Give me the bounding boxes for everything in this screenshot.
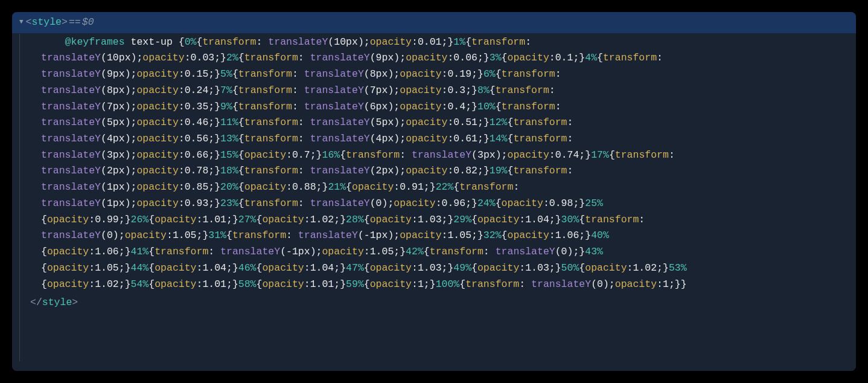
css-property: opacity <box>615 278 657 290</box>
css-function: translateY <box>220 246 280 257</box>
css-property: transform <box>459 181 513 193</box>
css-function: translateY <box>41 117 101 128</box>
css-value: 0 <box>597 278 603 290</box>
css-property: opacity <box>507 230 549 241</box>
css-value: 1.04 <box>202 262 226 274</box>
css-value: 0.74 <box>555 149 579 161</box>
css-value: 1px <box>107 181 125 193</box>
keyframe-percent: 15% <box>220 149 238 161</box>
css-property: opacity <box>352 181 394 193</box>
css-value: 7px <box>107 101 125 112</box>
css-property: opacity <box>136 133 178 144</box>
css-value: 0.51 <box>453 117 477 128</box>
css-function: translateY <box>268 36 328 48</box>
css-value: 8px <box>370 68 388 80</box>
css-value: 1 <box>418 278 424 290</box>
keyframe-percent: 28% <box>346 214 364 225</box>
css-property: opacity <box>394 198 435 209</box>
css-property: opacity <box>406 52 447 63</box>
css-property: opacity <box>508 149 549 161</box>
css-value: 0.01 <box>418 36 442 48</box>
css-value: 0.24 <box>185 85 209 96</box>
keyframe-percent: 2% <box>226 52 238 63</box>
css-value: 1.04 <box>525 214 549 225</box>
css-property: opacity <box>125 230 167 241</box>
keyframe-percent: 6% <box>483 68 496 80</box>
keyframe-percent: 40% <box>591 230 609 241</box>
keyframe-percent: 29% <box>453 214 471 225</box>
css-value: 2px <box>107 165 125 176</box>
css-value: 7px <box>370 85 388 96</box>
css-property: transform <box>513 165 567 176</box>
css-property: opacity <box>477 262 519 274</box>
css-value: 0 <box>107 230 113 241</box>
css-property: opacity <box>406 165 447 176</box>
css-property: opacity <box>400 85 441 96</box>
keyframe-percent: 25% <box>585 198 603 209</box>
css-value: -1px <box>286 246 310 257</box>
css-value: 5px <box>107 117 125 128</box>
css-value: 0.91 <box>400 181 424 193</box>
css-property: opacity <box>370 214 412 225</box>
css-value: 0.1 <box>555 52 573 63</box>
css-property: transform <box>502 68 555 80</box>
css-function: translateY <box>41 149 101 161</box>
css-value: 0.98 <box>549 198 573 209</box>
selected-element-line[interactable]: ▼ <style> == $0 <box>12 12 856 33</box>
css-value: 0.66 <box>185 149 209 161</box>
css-property: transform <box>244 165 298 176</box>
eq-marker: == <box>69 14 81 31</box>
tree-gutter-line <box>19 34 20 371</box>
style-text-content[interactable]: @keyframes text-up {0%{transform: transl… <box>12 33 705 294</box>
keyframe-percent: 1% <box>453 36 465 48</box>
css-property: opacity <box>262 262 304 274</box>
css-property: opacity <box>244 181 286 193</box>
keyframe-percent: 49% <box>453 262 471 274</box>
css-value: 4px <box>376 133 394 144</box>
animation-name: text-up <box>131 36 173 48</box>
css-property: opacity <box>244 149 286 161</box>
css-property: opacity <box>136 68 178 80</box>
css-value: 1.03 <box>418 262 442 274</box>
css-property: opacity <box>155 262 196 274</box>
css-property: transform <box>232 230 286 241</box>
css-property: opacity <box>136 149 178 161</box>
css-property: transform <box>513 117 567 128</box>
css-value: 8px <box>107 85 125 96</box>
css-property: opacity <box>136 181 178 193</box>
css-value: 0.85 <box>185 181 209 193</box>
keyframe-percent: 18% <box>220 165 238 176</box>
css-value: 1.03 <box>525 262 549 274</box>
keyframe-percent: 42% <box>406 246 424 257</box>
expand-triangle-icon[interactable]: ▼ <box>19 17 24 28</box>
css-property: opacity <box>155 278 196 290</box>
keyframe-percent: 31% <box>208 230 226 241</box>
css-value: 0.4 <box>447 101 465 112</box>
keyframe-percent: 32% <box>483 230 502 241</box>
closing-tag-line: </style> <box>12 294 694 312</box>
keyframe-percent: 16% <box>322 149 340 161</box>
css-function: translateY <box>310 165 370 176</box>
css-property: transform <box>603 52 657 63</box>
css-value: 1.05 <box>173 230 197 241</box>
css-property: opacity <box>47 246 89 257</box>
css-value: 1.02 <box>310 214 334 225</box>
keyframe-percent: 47% <box>346 262 364 274</box>
css-function: translateY <box>41 101 101 112</box>
css-value: 1 <box>663 278 669 290</box>
css-value: 0 <box>561 246 567 257</box>
css-value: 0.78 <box>185 165 209 176</box>
keyframe-percent: 24% <box>477 198 496 209</box>
css-property: transform <box>430 246 483 257</box>
keyframe-percent: 9% <box>220 101 232 112</box>
css-value: 0.35 <box>185 101 209 112</box>
css-property: transform <box>465 278 519 290</box>
keyframe-percent: 17% <box>591 149 609 161</box>
css-property: opacity <box>47 214 89 225</box>
keyframe-percent: 22% <box>436 181 454 193</box>
css-function: translateY <box>41 198 101 209</box>
keyframe-percent: 3% <box>490 52 502 63</box>
css-property: transform <box>202 36 256 48</box>
css-value: 1.01 <box>202 214 226 225</box>
keyframe-percent: 100% <box>436 278 460 290</box>
